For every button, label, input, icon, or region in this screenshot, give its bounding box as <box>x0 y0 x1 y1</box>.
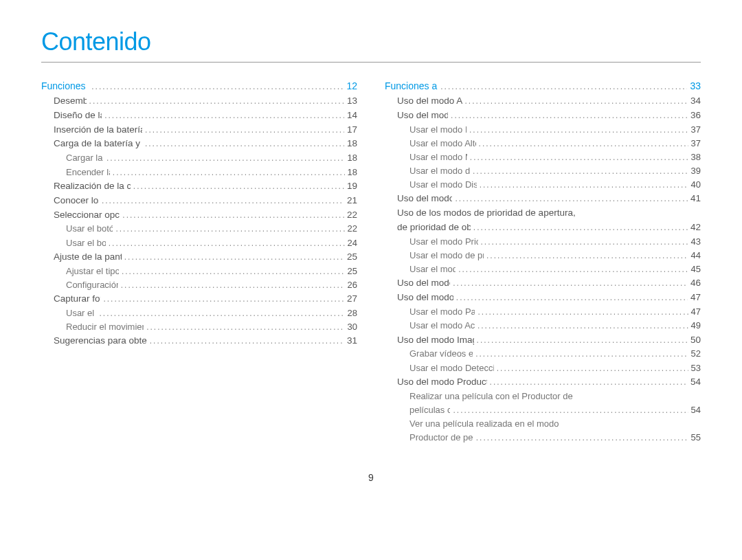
toc-entry[interactable]: Realización de la configuración inicial1… <box>41 179 357 194</box>
toc-column-left: Funciones básicas12Desembalaje13Diseño d… <box>41 79 357 445</box>
toc-column-right: Funciones ampliadas33Uso del modo Auto i… <box>385 79 701 445</box>
toc-entry[interactable]: Realizar una película con el Productor d… <box>385 390 701 403</box>
toc-entry[interactable]: Sugerencias para obtener fotografías más… <box>41 334 357 348</box>
toc-entry[interactable]: Diseño de la cámara14 <box>41 109 357 123</box>
toc-entry-page: 24 <box>345 236 357 250</box>
toc-entry-label: Uso del modo Escena <box>397 109 448 123</box>
toc-entry-label: Ver una película realizada en el modo <box>409 417 559 431</box>
toc-entry-label: Cargar la batería <box>66 151 104 165</box>
toc-entry[interactable]: Uso del modo Programa41 <box>385 192 701 206</box>
toc-leader <box>450 277 688 290</box>
toc-entry[interactable]: Uso del modo Panorama47 <box>385 291 701 305</box>
toc-entry-label: Uso del modo Productor de películas crea… <box>397 375 487 390</box>
toc-entry-page: 28 <box>345 306 357 320</box>
toc-entry[interactable]: Cargar la batería18 <box>41 151 357 165</box>
toc-entry-label: Productor de películas creativas <box>409 431 473 445</box>
toc-entry-page: 13 <box>344 94 357 109</box>
toc-entry[interactable]: Ajuste de la pantalla y el sonido25 <box>41 250 357 265</box>
toc-entry[interactable]: Desembalaje13 <box>41 94 357 109</box>
toc-entry[interactable]: Reducir el movimiento de la cámara (OIS)… <box>41 320 357 334</box>
toc-entry-page: 27 <box>344 292 357 306</box>
toc-entry[interactable]: Encender la cámara18 <box>41 166 357 179</box>
toc-entry[interactable]: películas creativas54 <box>385 403 701 417</box>
toc-entry[interactable]: Uso del modo Imagen en movimiento50 <box>385 333 701 348</box>
toc-entry-page: 18 <box>344 137 357 151</box>
toc-entry[interactable]: Capturar fotografías27 <box>41 292 357 306</box>
toc-entry-label: Usar el modo Alto rango dinámico <box>409 137 476 150</box>
toc-entry-label: Usar el modo Prioridad de apertura <box>409 235 478 249</box>
toc-entry-label: de prioridad de obturador o manual <box>397 221 471 235</box>
toc-entry[interactable]: Usar el botón [MENU]22 <box>41 222 357 236</box>
toc-leader <box>484 249 688 262</box>
toc-entry[interactable]: Funciones básicas12 <box>41 79 357 94</box>
toc-leader <box>100 293 344 306</box>
toc-entry-label: Encender la cámara <box>66 166 110 179</box>
toc-entry-label: Usar el modo Panorama 2D o 3D <box>409 305 475 319</box>
toc-entry[interactable]: Seleccionar opciones o menús22 <box>41 208 357 223</box>
toc-leader <box>131 180 344 193</box>
toc-entry[interactable]: Usar el modo Acción panorámica49 <box>385 319 701 333</box>
toc-entry[interactable]: Usar el zoom28 <box>41 306 357 320</box>
toc-entry-page: 17 <box>344 123 357 137</box>
toc-entry[interactable]: de prioridad de obturador o manual42 <box>385 221 701 235</box>
toc-leader <box>122 251 344 264</box>
toc-entry-page: 37 <box>688 137 701 150</box>
toc-entry[interactable]: Usar el modo Alto rango dinámico37 <box>385 137 701 150</box>
toc-entry[interactable]: Uso de los modos de prioridad de apertur… <box>385 206 701 221</box>
toc-leader <box>106 237 345 250</box>
toc-entry[interactable]: Usar el modo Prioridad de apertura43 <box>385 235 701 249</box>
toc-entry[interactable]: Funciones ampliadas33 <box>385 79 701 94</box>
toc-entry[interactable]: Uso del modo Productor de películas crea… <box>385 375 701 390</box>
toc-entry-page: 47 <box>688 291 701 305</box>
toc-entry-label: Conocer los iconos <box>54 194 99 208</box>
toc-entry[interactable]: Carga de la batería y encendido de la cá… <box>41 137 357 151</box>
toc-entry-label: Diseño de la cámara <box>54 109 102 123</box>
toc-entry[interactable]: Usar el botón [Fn]24 <box>41 236 357 250</box>
toc-entry[interactable]: Uso del modo DUAL IS46 <box>385 276 701 291</box>
toc-entry[interactable]: Usar el modo Panorama 2D o 3D47 <box>385 305 701 319</box>
toc-leader <box>487 376 688 389</box>
toc-entry[interactable]: Grabar vídeos en alta velocidad52 <box>385 347 701 361</box>
toc-entry[interactable]: Usar el modo Disparo de aumento40 <box>385 178 701 192</box>
toc-entry-label: Usar el modo Detección inteligente de es… <box>409 361 494 375</box>
toc-entry[interactable]: Conocer los iconos21 <box>41 194 357 208</box>
toc-entry-page: 40 <box>688 178 701 192</box>
toc-entry-page: 44 <box>688 249 701 262</box>
toc-entry-label: Funciones ampliadas <box>385 79 438 94</box>
toc-entry[interactable]: Configuración del sonido26 <box>41 278 357 292</box>
toc-leader <box>87 95 344 108</box>
toc-entry[interactable]: Usar el modo Detección inteligente de es… <box>385 361 701 375</box>
toc-entry[interactable]: Ver una película realizada en el modo <box>385 417 701 431</box>
toc-leader <box>96 307 344 320</box>
toc-entry-page: 33 <box>687 79 701 94</box>
toc-entry-page: 46 <box>688 276 701 291</box>
toc-leader <box>474 334 688 347</box>
toc-entry[interactable]: Uso del modo Escena36 <box>385 109 701 123</box>
toc-entry-page: 14 <box>344 109 357 123</box>
toc-entry[interactable]: Usar el modo de prioridad de obturador44 <box>385 249 701 262</box>
toc-leader <box>473 348 688 361</box>
toc-entry[interactable]: Usar el modo manual45 <box>385 262 701 276</box>
toc-entry[interactable]: Usar el modo de disparo bello39 <box>385 164 701 178</box>
toc-entry-label: Sugerencias para obtener fotografías más… <box>54 334 147 348</box>
toc-leader <box>99 194 344 208</box>
toc-leader <box>470 165 688 178</box>
toc-leader <box>466 124 688 137</box>
toc-entry-label: Usar el botón [MENU] <box>66 222 113 236</box>
toc-entry-page: 25 <box>345 265 357 278</box>
toc-entry-label: Usar el modo manual <box>409 262 456 276</box>
toc-entry[interactable]: Uso del modo Auto inteligente34 <box>385 94 701 109</box>
toc-leader <box>456 263 688 276</box>
toc-entry[interactable]: Ajustar el tipo de pantalla25 <box>41 265 357 278</box>
toc-leader <box>142 137 344 150</box>
toc-entry-page: 45 <box>688 262 701 276</box>
toc-entry[interactable]: Productor de películas creativas55 <box>385 431 701 445</box>
toc-leader <box>104 152 345 165</box>
toc-entry[interactable]: Inserción de la batería y la tarjeta de … <box>41 123 357 137</box>
toc-entry[interactable]: Usar el modo Marco Mágico38 <box>385 150 701 164</box>
toc-entry-label: Realización de la configuración inicial <box>54 179 131 194</box>
toc-entry-label: Usar el zoom <box>66 306 96 320</box>
toc-leader <box>473 432 688 445</box>
toc-entry[interactable]: Usar el modo Fotografía 3D37 <box>385 123 701 137</box>
toc-entry-label: Usar el modo Fotografía 3D <box>409 123 466 137</box>
